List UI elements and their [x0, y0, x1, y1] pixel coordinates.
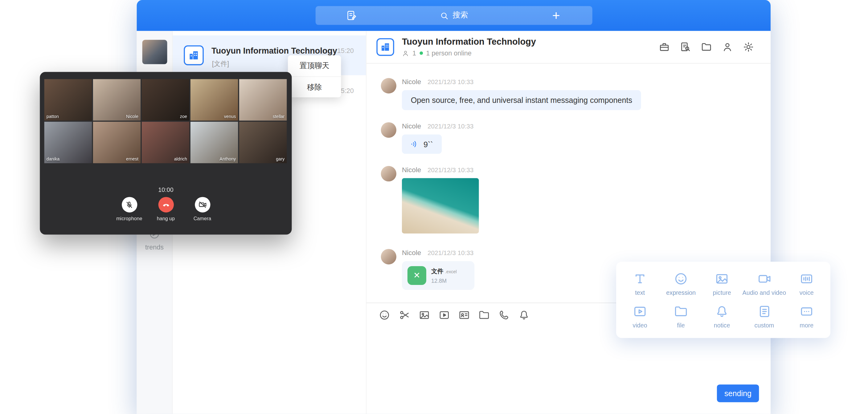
feature-picture[interactable]: picture: [702, 267, 743, 300]
message-head: Nicole 2021/12/3 10:33: [402, 249, 756, 257]
sender-avatar[interactable]: [381, 166, 396, 182]
emoji-icon[interactable]: [378, 309, 390, 321]
participant-tile: Anthony: [190, 122, 238, 163]
picture-icon: [715, 272, 729, 286]
sender-avatar[interactable]: [381, 249, 396, 264]
message-head: Nicole 2021/12/3 10:33: [402, 78, 756, 86]
participant-tile: gary: [239, 122, 287, 163]
chat-meta: 1 1 person online: [402, 49, 536, 57]
notification-bell-icon[interactable]: [518, 309, 530, 321]
video-clip-icon[interactable]: [438, 309, 450, 321]
participant-name: aldrich: [174, 157, 187, 161]
online-dot: [420, 52, 423, 55]
participant-name: venus: [224, 114, 236, 119]
excel-file-icon: ✕: [407, 266, 426, 285]
camera-toggle[interactable]: Camera: [186, 197, 219, 221]
sender-name: Nicole: [402, 122, 421, 130]
feature-expression[interactable]: expression: [660, 267, 702, 300]
feature-video[interactable]: video: [620, 300, 660, 332]
message-row-voice: Nicole 2021/12/3 10:33 9``: [381, 122, 756, 154]
file-name: 文件: [431, 268, 443, 275]
participant-tile: zoe: [142, 79, 189, 121]
member-count: 1: [412, 49, 416, 57]
member-count-icon: [402, 50, 409, 57]
image-message-beach-photo[interactable]: [402, 178, 479, 233]
conversation-last-message: [文件]: [212, 59, 229, 69]
voice-message-bubble[interactable]: 9``: [402, 134, 442, 154]
folder-icon[interactable]: [701, 41, 712, 53]
more-ellipsis-icon: [799, 304, 814, 319]
search-icon: [439, 11, 449, 20]
search-input[interactable]: 搜索: [387, 10, 520, 20]
file-size: 12.8M: [431, 278, 457, 284]
hang-up-icon: [158, 197, 174, 212]
microphone-toggle[interactable]: microphone: [113, 197, 146, 221]
expression-smiley-icon: [674, 272, 688, 286]
notes-button[interactable]: [315, 10, 387, 21]
sender-avatar[interactable]: [381, 78, 396, 93]
document-icon: [757, 304, 772, 319]
image-icon[interactable]: [418, 309, 430, 321]
feature-custom[interactable]: custom: [743, 300, 786, 332]
voice-wave-icon: [410, 139, 419, 149]
chat-header: Tuoyun Information Technology 1 1 person…: [367, 31, 771, 64]
file-ext: .excel: [445, 269, 457, 275]
search-placeholder: 搜索: [453, 10, 468, 20]
participant-name: danika: [46, 157, 60, 161]
toolbox-icon[interactable]: [659, 41, 670, 53]
participant-tile: danika: [44, 122, 92, 163]
file-folder-icon[interactable]: [478, 309, 490, 321]
hang-up-button[interactable]: hang up: [149, 197, 183, 221]
video-call-window: patton Nicole zoe venus stellar danika e…: [40, 72, 291, 234]
message-row-image: Nicole 2021/12/3 10:33: [381, 166, 756, 233]
user-avatar[interactable]: [143, 40, 167, 64]
file-message-card[interactable]: ✕ 文件 .excel 12.8M: [402, 261, 474, 290]
text-icon: [633, 272, 647, 286]
plus-icon: +: [552, 9, 560, 22]
screenshot-scissors-icon[interactable]: [399, 309, 410, 321]
participant-tile: ernest: [93, 122, 141, 163]
message-time: 2021/12/3 10:33: [428, 123, 473, 130]
participant-name: Anthony: [219, 157, 236, 161]
feature-file[interactable]: file: [660, 300, 702, 332]
participant-name: zoe: [180, 114, 187, 119]
contact-card-icon[interactable]: [458, 309, 470, 321]
settings-gear-icon[interactable]: [743, 41, 754, 53]
call-phone-icon[interactable]: [498, 309, 510, 321]
feature-voice[interactable]: voice: [786, 267, 827, 300]
menu-item-remove[interactable]: 移除: [288, 76, 341, 97]
call-timer: 10:00: [40, 186, 291, 193]
message-head: Nicole 2021/12/3 10:33: [402, 166, 756, 174]
add-button[interactable]: +: [520, 9, 592, 22]
feature-text[interactable]: text: [620, 267, 660, 300]
folder-icon: [674, 304, 688, 319]
group-building-icon: [376, 38, 394, 56]
page: 搜索 + trends Tuoyun Inf: [0, 0, 868, 414]
participant-tile: Nicole: [93, 79, 141, 121]
participant-tile: aldrich: [142, 122, 189, 163]
search-strip: 搜索 +: [315, 6, 592, 25]
note-edit-icon: [346, 10, 357, 21]
text-message-bubble: Open source, free, and universal instant…: [402, 90, 641, 110]
chat-header-actions: [659, 41, 754, 53]
hang-up-label: hang up: [149, 216, 183, 221]
participant-name: gary: [276, 157, 284, 161]
participant-tile: patton: [44, 79, 92, 121]
sender-avatar[interactable]: [381, 122, 396, 138]
camera-off-icon: [194, 197, 210, 212]
participant-name: patton: [46, 114, 59, 119]
camera-label: Camera: [186, 216, 219, 221]
voice-wave-icon: [799, 272, 814, 286]
message-time: 2021/12/3 10:33: [428, 78, 473, 85]
send-button[interactable]: sending: [717, 384, 759, 402]
participant-name: ernest: [126, 157, 138, 161]
member-icon[interactable]: [722, 41, 733, 53]
message-time: 2021/12/3 10:33: [428, 250, 473, 256]
chat-area: Tuoyun Information Technology 1 1 person…: [367, 31, 771, 414]
online-status: 1 person online: [426, 49, 471, 57]
menu-item-pin-chat[interactable]: 置顶聊天: [288, 56, 341, 76]
feature-notice[interactable]: notice: [702, 300, 743, 332]
feature-audio-video[interactable]: Audio and video: [743, 267, 786, 300]
feature-more[interactable]: more: [786, 300, 827, 332]
file-search-icon[interactable]: [680, 41, 691, 53]
